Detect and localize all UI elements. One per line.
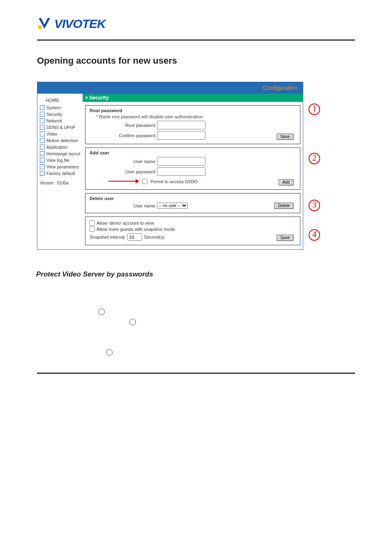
delete-user-box: Delete user User name -- no user -- Dele…	[85, 193, 300, 213]
snap-unit: Second(s)	[144, 235, 164, 240]
sidebar-item-network[interactable]: →Network	[37, 117, 83, 124]
permit-dido-checkbox[interactable]	[142, 179, 148, 184]
sidebar-item-video[interactable]: →Video	[37, 131, 83, 137]
sidebar-item-app[interactable]: →Application	[37, 144, 83, 150]
sidebar-item-system[interactable]: →System	[37, 104, 83, 111]
panel-header: Configuration	[37, 82, 303, 94]
arrow-icon: →	[40, 158, 45, 163]
misc-box: Allow 'demo' account to view Allow more …	[85, 216, 300, 245]
delete-button[interactable]: Delete	[274, 203, 293, 209]
sidebar-item-factory[interactable]: →Factory default	[37, 170, 83, 177]
sidebar: HOME →System →Security →Network →DDNS & …	[37, 94, 83, 249]
sidebar-item-homepage[interactable]: →Homepage layout	[37, 150, 83, 157]
sidebar-item-security[interactable]: →Security	[37, 111, 83, 117]
divider	[37, 39, 355, 41]
arrow-icon: →	[40, 151, 45, 156]
root-title: Root password	[90, 108, 296, 113]
svg-point-0	[38, 25, 42, 29]
root-save-button[interactable]: Save	[277, 134, 293, 140]
logo-block: VIVOTEK	[37, 16, 355, 31]
callout-arrow-line	[108, 181, 136, 182]
brand-text: VIVOTEK	[54, 17, 106, 31]
callout-1: 1	[309, 104, 320, 115]
add-pw-label: User password	[90, 169, 155, 174]
arrow-icon: →	[40, 105, 45, 110]
callout-4: 4	[309, 229, 320, 241]
misc-save-button[interactable]: Save	[277, 235, 293, 241]
circle-mark-1	[98, 309, 105, 315]
arrow-icon: →	[40, 118, 45, 123]
root-confirm-label: Confirm password	[90, 133, 155, 138]
arrow-icon: →	[40, 164, 45, 169]
callout-3: 3	[309, 200, 320, 211]
arrow-icon: →	[40, 125, 45, 130]
callout-2: 2	[309, 153, 320, 164]
add-username-input[interactable]	[157, 157, 205, 166]
arrow-icon: →	[40, 112, 45, 117]
root-confirm-input[interactable]	[157, 131, 205, 140]
body-paragraph: Video Server is shipped without any pass…	[37, 279, 355, 359]
sidebar-item-motion[interactable]: →Motion detection	[37, 137, 83, 144]
root-pw-label: Root password	[90, 123, 155, 128]
arrow-icon: →	[40, 131, 45, 136]
root-password-box: Root password * Blank root password will…	[85, 105, 300, 144]
add-button[interactable]: Add	[279, 179, 293, 185]
arrow-icon: →	[40, 171, 45, 176]
page-title: Opening accounts for new users	[37, 55, 355, 66]
sidebar-home[interactable]: HOME	[37, 96, 83, 104]
allow-demo-checkbox[interactable]	[90, 220, 95, 226]
bottom-divider	[37, 373, 355, 374]
callout-arrow-head	[136, 179, 139, 183]
circle-mark-2	[129, 319, 136, 325]
config-link[interactable]: Configuration	[263, 85, 297, 91]
del-username-select[interactable]: -- no user --	[157, 203, 188, 209]
sidebar-item-log[interactable]: →View log file	[37, 157, 83, 164]
add-name-label: User name	[90, 159, 155, 164]
allow-demo-label: Allow 'demo' account to view	[97, 221, 154, 226]
subsection-title: Protect Video Server by passwords	[36, 270, 355, 279]
sidebar-item-ddns[interactable]: →DDNS & UPnP	[37, 124, 83, 131]
root-password-input[interactable]	[157, 121, 205, 129]
section-header: > Security	[83, 94, 303, 102]
del-name-label: User name	[90, 203, 155, 208]
circle-mark-3	[106, 349, 113, 356]
logo-mark-icon	[37, 16, 52, 31]
snap-label: Snapshot interval:	[90, 235, 126, 240]
arrow-icon: →	[40, 145, 45, 150]
permit-label: Permit to access DI/DO	[150, 179, 198, 184]
brand-logo: VIVOTEK	[37, 16, 355, 31]
sidebar-item-params[interactable]: →View parameters	[37, 164, 83, 170]
version-label: Version : 0100a	[37, 177, 83, 185]
arrow-icon: →	[40, 138, 45, 143]
allow-guests-checkbox[interactable]	[90, 226, 95, 232]
del-title: Delete user	[90, 196, 296, 201]
config-panel: Configuration HOME →System →Security →Ne…	[37, 82, 303, 250]
allow-guests-label: Allow more guests with snapshot mode	[97, 227, 175, 232]
content-area: > Security Root password * Blank root pa…	[83, 94, 303, 249]
add-password-input[interactable]	[157, 167, 205, 176]
add-title: Add user	[90, 150, 296, 155]
root-note: * Blank root password will disable user …	[90, 114, 296, 119]
add-user-box: Add user User name User password	[85, 147, 300, 190]
snap-interval-input[interactable]	[127, 233, 142, 241]
